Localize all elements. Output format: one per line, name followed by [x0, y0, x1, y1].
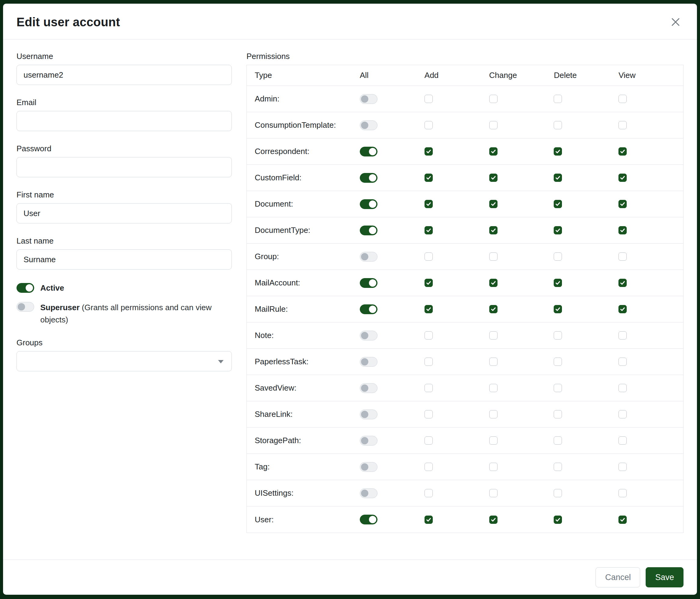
username-input[interactable] [17, 65, 232, 85]
password-input[interactable] [17, 157, 232, 177]
groups-select[interactable] [17, 351, 232, 371]
permission-view-checkbox-documenttype[interactable] [619, 226, 627, 234]
permission-add-checkbox-user[interactable] [425, 516, 433, 524]
toggle-knob [361, 384, 368, 392]
permission-all-toggle-document[interactable] [360, 199, 377, 209]
permission-view-checkbox-correspondent[interactable] [619, 147, 627, 155]
permission-add-checkbox-document[interactable] [425, 200, 433, 208]
permission-all-toggle-user[interactable] [360, 514, 377, 524]
permission-all-toggle-savedview[interactable] [360, 383, 377, 393]
permission-delete-checkbox-note[interactable] [554, 331, 562, 339]
permission-all-toggle-paperlesstask[interactable] [360, 357, 377, 367]
permission-delete-checkbox-correspondent[interactable] [554, 147, 562, 155]
permission-view-checkbox-group[interactable] [619, 253, 627, 261]
permission-change-checkbox-user[interactable] [489, 516, 498, 524]
permission-all-toggle-uisettings[interactable] [360, 488, 377, 498]
permission-delete-checkbox-paperlesstask[interactable] [554, 358, 562, 366]
permission-add-checkbox-mailrule[interactable] [425, 305, 433, 313]
permission-add-checkbox-tag[interactable] [425, 463, 433, 471]
permission-add-checkbox-admin[interactable] [425, 95, 433, 103]
save-button[interactable]: Save [646, 567, 683, 588]
permission-change-checkbox-admin[interactable] [489, 95, 498, 103]
permission-all-toggle-sharelink[interactable] [360, 409, 377, 419]
close-button[interactable] [668, 14, 683, 30]
permission-change-checkbox-document[interactable] [489, 200, 498, 208]
permission-delete-checkbox-tag[interactable] [554, 463, 562, 471]
permission-delete-checkbox-uisettings[interactable] [554, 489, 562, 497]
permission-delete-checkbox-admin[interactable] [554, 95, 562, 103]
permission-view-checkbox-document[interactable] [619, 200, 627, 208]
permission-change-checkbox-storagepath[interactable] [489, 436, 498, 445]
permission-add-checkbox-uisettings[interactable] [425, 489, 433, 497]
permission-view-checkbox-mailrule[interactable] [619, 305, 627, 313]
permission-view-checkbox-mailaccount[interactable] [619, 279, 627, 287]
permission-delete-checkbox-sharelink[interactable] [554, 410, 562, 418]
permission-change-checkbox-uisettings[interactable] [489, 489, 498, 497]
permission-change-checkbox-note[interactable] [489, 331, 498, 339]
permission-add-checkbox-consumptiontemplate[interactable] [425, 121, 433, 129]
permission-change-checkbox-consumptiontemplate[interactable] [489, 121, 498, 129]
permission-change-checkbox-mailaccount[interactable] [489, 279, 498, 287]
permission-view-checkbox-paperlesstask[interactable] [619, 358, 627, 366]
permission-change-checkbox-sharelink[interactable] [489, 410, 498, 418]
permission-add-checkbox-customfield[interactable] [425, 174, 433, 182]
permission-delete-checkbox-storagepath[interactable] [554, 436, 562, 445]
permission-add-checkbox-mailaccount[interactable] [425, 279, 433, 287]
permission-delete-checkbox-customfield[interactable] [554, 174, 562, 182]
permission-delete-checkbox-document[interactable] [554, 200, 562, 208]
permission-add-checkbox-storagepath[interactable] [425, 436, 433, 445]
permission-all-toggle-group[interactable] [360, 252, 377, 262]
permission-change-checkbox-savedview[interactable] [489, 384, 498, 392]
permission-all-toggle-mailaccount[interactable] [360, 278, 377, 288]
permission-change-checkbox-documenttype[interactable] [489, 226, 498, 234]
close-icon [670, 16, 682, 28]
permission-delete-checkbox-mailrule[interactable] [554, 305, 562, 313]
column-header-add: Add [425, 71, 489, 80]
permission-delete-checkbox-mailaccount[interactable] [554, 279, 562, 287]
permission-type-label: Note: [247, 331, 360, 340]
permission-change-checkbox-mailrule[interactable] [489, 305, 498, 313]
permission-delete-checkbox-user[interactable] [554, 516, 562, 524]
email-input[interactable] [17, 111, 232, 131]
permission-all-toggle-admin[interactable] [360, 94, 377, 104]
permission-add-checkbox-paperlesstask[interactable] [425, 358, 433, 366]
permission-all-toggle-storagepath[interactable] [360, 436, 377, 446]
permission-change-checkbox-paperlesstask[interactable] [489, 358, 498, 366]
permission-view-checkbox-customfield[interactable] [619, 174, 627, 182]
permission-change-checkbox-tag[interactable] [489, 463, 498, 471]
permission-view-checkbox-note[interactable] [619, 331, 627, 339]
permission-change-checkbox-group[interactable] [489, 253, 498, 261]
permission-view-checkbox-admin[interactable] [619, 95, 627, 103]
permission-all-toggle-customfield[interactable] [360, 173, 377, 183]
permission-view-checkbox-storagepath[interactable] [619, 436, 627, 445]
permission-delete-checkbox-group[interactable] [554, 253, 562, 261]
permission-all-toggle-consumptiontemplate[interactable] [360, 120, 377, 130]
permission-delete-checkbox-documenttype[interactable] [554, 226, 562, 234]
permission-all-toggle-mailrule[interactable] [360, 304, 377, 314]
permission-view-checkbox-sharelink[interactable] [619, 410, 627, 418]
permission-add-checkbox-correspondent[interactable] [425, 147, 433, 155]
permission-all-toggle-note[interactable] [360, 331, 377, 340]
permission-change-checkbox-correspondent[interactable] [489, 147, 498, 155]
permission-delete-checkbox-consumptiontemplate[interactable] [554, 121, 562, 129]
permission-view-checkbox-tag[interactable] [619, 463, 627, 471]
permission-add-checkbox-note[interactable] [425, 331, 433, 339]
permission-delete-checkbox-savedview[interactable] [554, 384, 562, 392]
permission-all-toggle-correspondent[interactable] [360, 147, 377, 157]
permission-all-toggle-documenttype[interactable] [360, 225, 377, 235]
permission-change-checkbox-customfield[interactable] [489, 174, 498, 182]
cancel-button[interactable]: Cancel [596, 567, 640, 588]
permission-view-checkbox-savedview[interactable] [619, 384, 627, 392]
permission-view-checkbox-consumptiontemplate[interactable] [619, 121, 627, 129]
permission-add-checkbox-group[interactable] [425, 253, 433, 261]
last-name-input[interactable] [17, 249, 232, 269]
active-toggle[interactable] [17, 283, 34, 293]
permission-add-checkbox-savedview[interactable] [425, 384, 433, 392]
permission-add-checkbox-documenttype[interactable] [425, 226, 433, 234]
permission-all-toggle-tag[interactable] [360, 462, 377, 472]
permission-view-checkbox-uisettings[interactable] [619, 489, 627, 497]
permission-add-checkbox-sharelink[interactable] [425, 410, 433, 418]
permission-view-checkbox-user[interactable] [619, 516, 627, 524]
superuser-toggle[interactable] [17, 302, 34, 312]
first-name-input[interactable] [17, 203, 232, 223]
